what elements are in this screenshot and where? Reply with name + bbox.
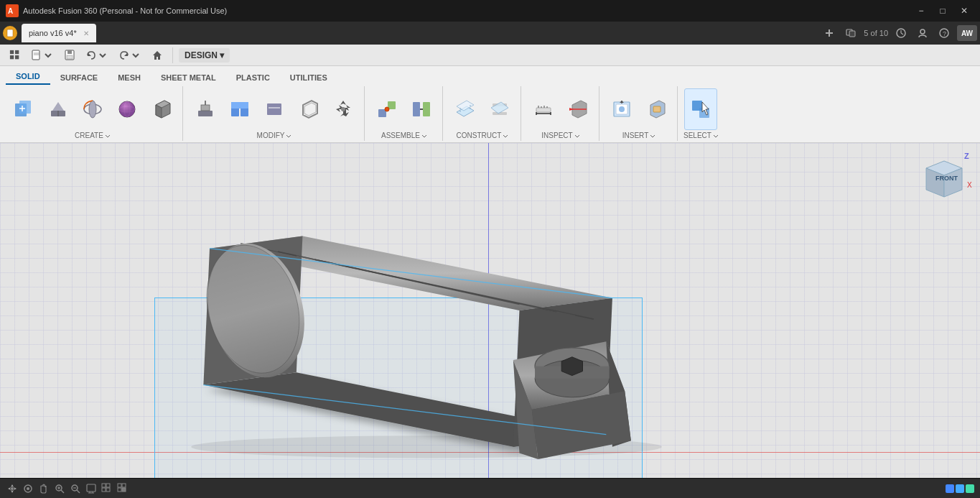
assemble-label[interactable]: ASSEMBLE [381, 132, 427, 139]
status-display-icon[interactable] [85, 482, 98, 495]
tab-surface[interactable]: SURFACE [50, 70, 108, 85]
title-bar: A Autodesk Fusion 360 (Personal - Not fo… [0, 0, 980, 22]
svg-rect-41 [198, 111, 213, 116]
redo-button[interactable] [115, 47, 145, 63]
ribbon-group-inspect: INSPECT [523, 86, 599, 141]
app-icon: A [6, 4, 19, 17]
svg-point-52 [341, 107, 345, 111]
offset-plane-button[interactable] [449, 88, 482, 130]
bottom-status-indicators [946, 484, 974, 493]
help-icon[interactable]: ? [935, 24, 953, 42]
construct-label[interactable]: CONSTRUCT [457, 132, 509, 139]
grid-menu-button[interactable] [6, 47, 24, 63]
svg-rect-46 [231, 102, 248, 109]
tab-mesh[interactable]: MESH [108, 70, 151, 85]
statusbar [0, 478, 980, 498]
decal-button[interactable] [640, 88, 673, 130]
status-grid-icon[interactable] [101, 482, 113, 495]
design-dropdown[interactable]: DESIGN ▾ [179, 48, 230, 63]
user-avatar[interactable]: AW [957, 25, 977, 41]
move-button[interactable] [327, 88, 360, 130]
tab-close-button[interactable]: ✕ [83, 29, 89, 37]
status-zoom2-icon[interactable] [69, 482, 82, 495]
viewport[interactable]: Z X FRONT [0, 143, 980, 478]
modify-items [189, 88, 360, 130]
clock-icon[interactable] [892, 24, 910, 42]
file-menu-button[interactable] [27, 47, 57, 63]
ribbon-group-insert: INSERT [601, 86, 678, 141]
viewcube[interactable]: Z X FRONT [915, 150, 973, 208]
svg-rect-83 [653, 106, 661, 112]
tab-label: piano v16 v4* [29, 29, 77, 37]
indicator-teal [966, 484, 974, 493]
maximize-button[interactable]: □ [933, 2, 953, 19]
ribbon-group-select: SELECT [679, 86, 723, 141]
status-navigate-icon[interactable] [6, 482, 19, 495]
ribbon-group-create: CREATE [3, 86, 183, 141]
sphere-button[interactable] [111, 88, 144, 130]
new-tab-button[interactable] [821, 24, 838, 42]
svg-rect-137 [118, 484, 121, 487]
design-label: DESIGN [185, 50, 218, 60]
svg-rect-140 [122, 488, 126, 492]
modify-label[interactable]: MODIFY [257, 132, 292, 139]
status-pan-icon[interactable] [37, 482, 50, 495]
main-content: DESIGN ▾ SOLID SURFACE MESH SHEET METAL … [0, 45, 980, 498]
insert-canvas-button[interactable] [605, 88, 638, 130]
svg-rect-136 [106, 488, 110, 492]
tab-plastic[interactable]: PLASTIC [226, 70, 280, 85]
revolve-button[interactable] [76, 88, 109, 130]
press-pull-button[interactable] [189, 88, 222, 130]
select-button[interactable] [684, 88, 717, 130]
svg-rect-129 [87, 484, 95, 492]
svg-point-121 [27, 487, 29, 490]
svg-point-37 [119, 101, 135, 117]
status-view-icon[interactable] [116, 482, 129, 495]
insert-items [605, 88, 673, 130]
ribbon-tabs-row: SOLID SURFACE MESH SHEET METAL PLASTIC U… [0, 66, 980, 85]
svg-rect-26 [19, 101, 31, 114]
app-title: Autodesk Fusion 360 (Personal - Not for … [23, 6, 227, 15]
active-tab[interactable]: piano v16 v4* ✕ [22, 24, 96, 42]
save-button[interactable] [60, 47, 79, 63]
svg-line-127 [77, 490, 80, 493]
close-button[interactable]: ✕ [954, 2, 974, 19]
svg-rect-1 [7, 29, 13, 37]
home-button[interactable] [148, 47, 167, 63]
design-dropdown-arrow: ▾ [220, 50, 224, 60]
tab-count: 5 of 10 [864, 29, 888, 37]
indicator-blue [946, 484, 954, 493]
box-button[interactable] [145, 88, 178, 130]
separator [172, 47, 173, 63]
user-icon[interactable] [914, 24, 931, 42]
shell-button[interactable] [292, 88, 325, 130]
insert-label[interactable]: INSERT [622, 132, 656, 139]
midplane-button[interactable] [483, 88, 516, 130]
tab-solid[interactable]: SOLID [6, 69, 50, 85]
extrude-button[interactable] [42, 88, 75, 130]
as-built-joint-button[interactable] [405, 88, 438, 130]
status-fit-icon[interactable] [22, 482, 34, 495]
svg-rect-12 [10, 50, 14, 53]
tab-count-display [842, 24, 859, 42]
svg-line-8 [901, 33, 903, 34]
tab-sheet-metal[interactable]: SHEET METAL [151, 70, 226, 85]
new-component-button[interactable] [7, 88, 40, 130]
tab-controls: 5 of 10 ? AW [821, 24, 977, 42]
section-analysis-button[interactable] [561, 88, 594, 130]
svg-text:FRONT: FRONT [935, 175, 958, 182]
svg-marker-22 [88, 52, 91, 56]
undo-button[interactable] [82, 47, 112, 63]
minimize-button[interactable]: − [911, 2, 931, 19]
svg-rect-14 [10, 55, 14, 59]
select-label[interactable]: SELECT [683, 132, 719, 139]
chamfer-button[interactable] [258, 88, 291, 130]
tab-utilities[interactable]: UTILITIES [280, 70, 337, 85]
joint-button[interactable] [370, 88, 403, 130]
inspect-label[interactable]: INSPECT [541, 132, 579, 139]
measure-button[interactable] [527, 88, 560, 130]
fillet-button[interactable] [223, 88, 256, 130]
status-zoom-icon[interactable] [53, 482, 66, 495]
construct-items [449, 88, 516, 130]
create-label[interactable]: CREATE [75, 132, 111, 139]
